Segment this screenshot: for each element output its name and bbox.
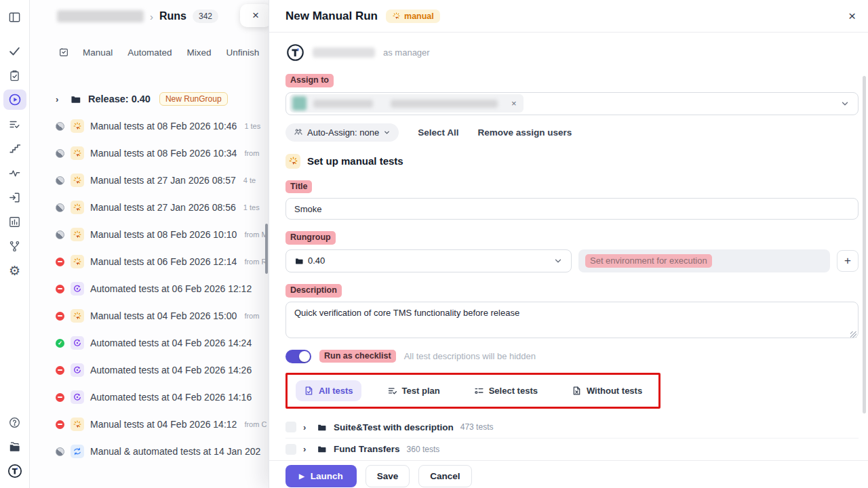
partial-status-icon — [56, 176, 64, 185]
description-textarea[interactable]: Quick verification of core TMS functiona… — [285, 302, 859, 338]
run-row[interactable]: Automated tests at 06 Feb 2026 12:12 — [30, 275, 269, 302]
run-row[interactable]: Manual tests at 08 Feb 2026 10:34from — [30, 140, 269, 167]
suite-checkbox[interactable] — [285, 444, 296, 455]
tasks-check-icon[interactable] — [3, 41, 26, 61]
resize-handle-icon[interactable] — [850, 331, 856, 338]
app-logo-icon[interactable] — [3, 461, 26, 481]
run-title: Manual & automated tests at 14 Jan 202 — [90, 446, 260, 457]
sidebar-rail: ⚙ — [0, 0, 30, 488]
add-environment-button[interactable]: + — [837, 250, 859, 272]
help-icon[interactable] — [3, 412, 26, 432]
cancel-button[interactable]: Cancel — [418, 465, 471, 487]
run-meta: from — [244, 312, 259, 320]
run-row[interactable]: Manual tests at 27 Jan 2026 08:561 tes — [30, 194, 269, 221]
automated-run-icon — [71, 390, 84, 404]
blocked-status-icon — [56, 420, 64, 429]
remove-user-icon[interactable]: × — [511, 98, 517, 108]
run-title: Manual tests at 27 Jan 2026 08:57 — [90, 175, 236, 186]
project-name-redacted[interactable] — [57, 10, 144, 22]
settings-gear-icon[interactable]: ⚙ — [3, 260, 26, 281]
breadcrumb: › Runs 342 × — [30, 0, 269, 33]
test-cases-clipboard-icon[interactable] — [3, 65, 26, 85]
run-row[interactable]: Automated tests at 04 Feb 2026 14:26 — [30, 357, 269, 384]
run-row[interactable]: Manual tests at 04 Feb 2026 15:00from — [30, 302, 269, 329]
milestones-steps-icon[interactable] — [3, 138, 26, 159]
partial-status-icon — [56, 122, 64, 131]
assign-users-select[interactable]: × — [285, 92, 859, 115]
run-row[interactable]: ✓Automated tests at 04 Feb 2026 14:24 — [30, 329, 269, 357]
filter-mixed[interactable]: Mixed — [187, 47, 212, 58]
blocked-status-icon — [56, 312, 64, 321]
panel-scrollbar[interactable] — [863, 76, 866, 413]
rungroup-select[interactable]: 0.40 — [285, 249, 572, 272]
manual-type-badge: manual — [386, 9, 440, 23]
filter-automated[interactable]: Automated — [127, 47, 172, 58]
auto-assign-button[interactable]: Auto-Assign: none — [285, 123, 399, 142]
import-signin-icon[interactable] — [3, 187, 26, 207]
rungroup-label: Rungroup — [285, 231, 336, 245]
runs-play-icon[interactable] — [3, 89, 26, 110]
run-row[interactable]: Manual tests at 27 Jan 2026 08:574 te — [30, 167, 269, 194]
run-row[interactable]: Manual tests at 06 Feb 2026 12:14from R — [30, 248, 269, 275]
filter-unfinish[interactable]: Unfinish — [226, 47, 260, 58]
new-rungroup-badge: New RunGroup — [159, 92, 228, 106]
run-as-checklist-toggle[interactable] — [285, 350, 311, 363]
runs-scrollbar[interactable] — [265, 224, 268, 274]
chevron-down-icon — [840, 99, 850, 108]
chevron-right-icon[interactable]: › — [303, 422, 310, 432]
panel-footer: ▶ Launch Save Cancel — [269, 460, 868, 488]
environment-placeholder: Set environment for execution — [585, 254, 712, 268]
owner-name-redacted — [313, 47, 375, 58]
run-row[interactable]: Manual tests at 08 Feb 2026 10:10from M — [30, 221, 269, 248]
tab-all-tests[interactable]: All tests — [296, 380, 361, 401]
run-title: Automated tests at 04 Feb 2026 14:24 — [90, 338, 252, 348]
run-row[interactable]: Manual tests at 04 Feb 2026 14:12from C — [30, 411, 269, 438]
manual-run-icon — [71, 309, 84, 323]
setup-heading-row: Set up manual tests — [285, 154, 859, 169]
folder-icon — [294, 256, 304, 266]
tab-test-plan[interactable]: Test plan — [379, 380, 448, 401]
close-icon[interactable]: × — [848, 9, 856, 24]
tab-without-tests[interactable]: Without tests — [564, 380, 650, 401]
rungroup-value: 0.40 — [308, 256, 325, 266]
analytics-chart-icon[interactable] — [3, 211, 26, 232]
multi-select-icon[interactable] — [58, 47, 69, 58]
run-row[interactable]: Automated tests at 04 Feb 2026 14:16 — [30, 384, 269, 411]
remove-assign-users-button[interactable]: Remove assign users — [478, 127, 572, 138]
environment-input[interactable]: Set environment for execution — [578, 249, 830, 272]
filter-manual[interactable]: Manual — [83, 47, 113, 58]
launch-button[interactable]: ▶ Launch — [285, 465, 357, 487]
rungroup-row[interactable]: › Release: 0.40 New RunGroup — [30, 85, 269, 113]
title-input[interactable] — [285, 198, 859, 220]
select-all-button[interactable]: Select All — [418, 127, 458, 138]
chevron-right-icon[interactable]: › — [56, 94, 62, 104]
owner-avatar — [285, 43, 304, 62]
branches-git-icon[interactable] — [3, 236, 26, 256]
runs-filter-tabs: ManualAutomatedMixedUnfinish — [83, 47, 259, 58]
run-row[interactable]: Manual & automated tests at 14 Jan 202 — [30, 438, 269, 465]
save-button[interactable]: Save — [366, 465, 410, 487]
automated-run-icon — [71, 336, 84, 350]
sidebar-toggle-icon[interactable] — [3, 7, 26, 27]
suite-checkbox[interactable] — [285, 422, 296, 432]
tab-select-tests[interactable]: Select tests — [466, 380, 546, 401]
panel-body: as manager Assign to × Auto-Assign: none — [269, 33, 868, 460]
pulse-activity-icon[interactable] — [3, 163, 26, 183]
chevron-right-icon[interactable]: › — [303, 444, 310, 454]
runs-close-icon[interactable]: × — [252, 9, 259, 22]
runs-list-panel: › Runs 342 × ManualAutomatedMixedUnfinis… — [30, 0, 269, 488]
manual-run-icon — [71, 228, 84, 241]
suite-test-count: 473 tests — [460, 422, 494, 432]
owner-row: as manager — [285, 42, 859, 62]
run-title: Manual tests at 08 Feb 2026 10:34 — [90, 148, 237, 159]
run-row[interactable]: Manual tests at 08 Feb 2026 10:461 tes — [30, 113, 269, 140]
test-plans-list-icon[interactable] — [3, 114, 26, 134]
suite-row[interactable]: ›Fund Transfers360 tests — [285, 439, 859, 460]
sidebar-bottom-icons — [3, 412, 26, 481]
suite-row[interactable]: ›Suite&Test with description473 tests — [285, 417, 859, 439]
suite-tree: ›Suite&Test with description473 tests›Fu… — [285, 417, 859, 460]
projects-folder-icon[interactable] — [3, 436, 26, 457]
file-check-icon — [304, 386, 314, 396]
run-meta: 4 te — [243, 176, 256, 184]
run-title: Manual tests at 27 Jan 2026 08:56 — [90, 202, 236, 213]
